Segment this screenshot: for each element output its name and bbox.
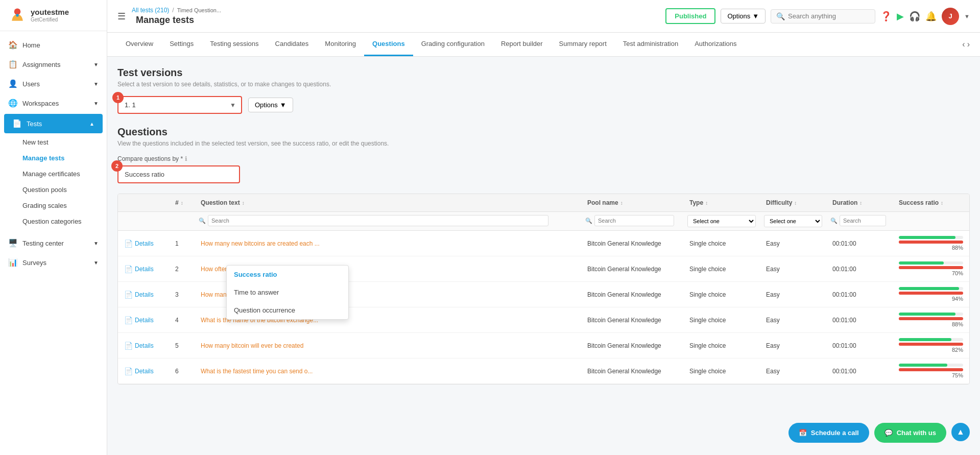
difficulty-select[interactable]: Select one — [764, 215, 822, 227]
users-icon: 👤 — [8, 79, 17, 88]
tab-candidates[interactable]: Candidates — [267, 33, 317, 56]
sidebar-item-assignments[interactable]: 📋 Assignments ▼ — [0, 55, 107, 74]
tab-grading-config[interactable]: Grading configuration — [413, 33, 493, 56]
td-success-ratio: 88% — [893, 307, 969, 332]
chat-button[interactable]: 💬 Chat with us — [874, 423, 946, 443]
tabs-prev-button[interactable]: ‹ — [962, 40, 965, 49]
options-button[interactable]: Options ▼ — [721, 9, 766, 23]
tab-authorizations[interactable]: Authorizations — [686, 33, 745, 56]
tab-report-builder[interactable]: Report builder — [493, 33, 551, 56]
avatar[interactable]: J — [942, 8, 959, 25]
sort-icon[interactable]: ↕ — [242, 200, 245, 206]
sidebar-subitem-label: Manage tests — [22, 154, 64, 162]
breadcrumb-current: Timed Question... — [177, 7, 221, 13]
td-pool: Bitcoin General Knowledge — [581, 256, 683, 281]
bell-icon[interactable]: 🔔 — [925, 11, 937, 22]
tab-questions[interactable]: Questions — [364, 33, 413, 56]
tabs-next-button[interactable]: › — [967, 40, 970, 49]
sidebar-item-tests[interactable]: 📄 Tests ▲ — [4, 114, 103, 133]
headset-icon[interactable]: 🎧 — [909, 11, 920, 22]
chevron-up-icon: ▲ — [89, 121, 94, 127]
question-text[interactable]: How many bitcoin will ever be created — [201, 342, 303, 349]
version-select[interactable]: 1. 1 — [118, 97, 241, 113]
sidebar-item-label: Assignments — [22, 61, 60, 68]
td-num: 2 — [169, 256, 195, 281]
chevron-down-icon[interactable]: ▼ — [964, 13, 970, 19]
details-button[interactable]: 📄 Details — [124, 265, 154, 273]
question-text[interactable]: What is the fastest time you can send o.… — [201, 368, 313, 375]
success-pct-label: 88% — [952, 321, 963, 327]
tab-monitoring[interactable]: Monitoring — [317, 33, 364, 56]
sort-icon[interactable]: ↕ — [705, 200, 708, 206]
tests-icon: 📄 — [12, 119, 21, 128]
version-row: 1 1. 1 ▼ Options ▼ — [117, 96, 970, 114]
play-icon[interactable]: ▶ — [897, 11, 904, 22]
schedule-call-button[interactable]: 📅 Schedule a call — [788, 423, 869, 443]
sidebar-item-testing-center[interactable]: 🖥️ Testing center ▼ — [0, 233, 107, 253]
testing-center-icon: 🖥️ — [8, 238, 17, 248]
td-success-ratio: 75% — [893, 358, 969, 384]
question-text[interactable]: How many new bitcoins are created each .… — [201, 240, 320, 247]
dropdown-item-success-ratio[interactable]: Success ratio — [227, 266, 348, 283]
td-num: 4 — [169, 307, 195, 332]
sidebar-item-workspaces[interactable]: 🌐 Workspaces ▼ — [0, 93, 107, 113]
compare-select[interactable]: Success ratio Time to answer Question oc… — [117, 165, 240, 183]
sidebar-subitem-label: Question categories — [22, 218, 82, 225]
sort-icon[interactable]: ↕ — [941, 200, 943, 206]
help-icon[interactable]: ❓ — [880, 11, 892, 22]
td-num: 1 — [169, 231, 195, 256]
logo-icon — [8, 6, 27, 25]
success-ratio-bar: 88% — [899, 313, 963, 327]
duration-search[interactable] — [840, 215, 886, 226]
details-icon: 📄 — [124, 316, 133, 324]
sidebar-item-users[interactable]: 👤 Users ▼ — [0, 74, 107, 93]
details-button[interactable]: 📄 Details — [124, 240, 154, 248]
td-type: Single choice — [683, 333, 760, 358]
tab-settings[interactable]: Settings — [161, 33, 202, 56]
pool-name-search[interactable] — [594, 215, 674, 226]
sort-icon[interactable]: ↕ — [620, 200, 623, 206]
td-details: 📄 Details — [118, 282, 169, 307]
menu-button[interactable]: ☰ — [117, 11, 126, 22]
tab-summary-report[interactable]: Summary report — [551, 33, 615, 56]
tab-testing-sessions[interactable]: Testing sessions — [202, 33, 267, 56]
type-select[interactable]: Select one — [687, 215, 756, 227]
sidebar-item-label: Surveys — [22, 259, 46, 267]
sidebar-subitem-question-pools[interactable]: Question pools — [0, 182, 107, 198]
sidebar-item-home[interactable]: 🏠 Home — [0, 35, 107, 55]
details-button[interactable]: 📄 Details — [124, 367, 154, 375]
sidebar-subitem-new-test[interactable]: New test — [0, 134, 107, 150]
sidebar-subitem-manage-tests[interactable]: Manage tests — [0, 150, 107, 166]
td-difficulty: Easy — [760, 256, 826, 281]
dropdown-item-time-to-answer[interactable]: Time to answer — [227, 283, 348, 301]
tab-test-admin[interactable]: Test administration — [615, 33, 686, 56]
scroll-to-top-button[interactable]: ▲ — [951, 423, 970, 441]
published-button[interactable]: Published — [665, 8, 715, 24]
options-label: Options — [255, 101, 278, 109]
sort-icon[interactable]: ↕ — [181, 200, 183, 206]
success-ratio-bar: 94% — [899, 287, 963, 302]
breadcrumb-all-tests[interactable]: All tests (210) — [132, 7, 169, 14]
details-button[interactable]: 📄 Details — [124, 291, 154, 299]
td-num: 5 — [169, 333, 195, 358]
version-options-button[interactable]: Options ▼ — [248, 98, 293, 112]
tab-overview[interactable]: Overview — [117, 33, 161, 56]
success-pct-label: 88% — [952, 245, 963, 251]
td-duration: 00:01:00 — [826, 231, 893, 256]
sidebar-subitem-manage-certificates[interactable]: Manage certificates — [0, 166, 107, 182]
details-button[interactable]: 📄 Details — [124, 316, 154, 324]
header-actions: Published Options ▼ 🔍 ❓ ▶ 🎧 🔔 J ▼ — [665, 8, 970, 25]
question-text-search[interactable] — [208, 215, 548, 226]
sidebar-item-surveys[interactable]: 📊 Surveys ▼ — [0, 253, 107, 272]
td-details: 📄 Details — [118, 358, 169, 384]
dropdown-item-question-occurrence[interactable]: Question occurrence — [227, 301, 348, 319]
sidebar-subitem-grading-scales[interactable]: Grading scales — [0, 198, 107, 213]
search-input[interactable] — [788, 12, 870, 20]
sort-icon[interactable]: ↕ — [794, 200, 797, 206]
details-icon: 📄 — [124, 240, 133, 248]
sort-icon[interactable]: ↕ — [859, 200, 862, 206]
sidebar-subitem-question-categories[interactable]: Question categories — [0, 213, 107, 229]
td-duration: 00:01:00 — [826, 307, 893, 332]
chevron-down-icon: ▼ — [280, 101, 286, 109]
details-button[interactable]: 📄 Details — [124, 342, 154, 350]
